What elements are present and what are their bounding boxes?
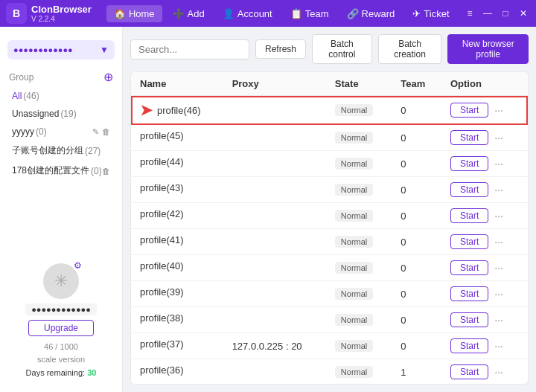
cell-state: Normal [326, 203, 392, 229]
window-controls: ≡ — □ ✕ [463, 7, 530, 20]
maximize-button[interactable]: □ [499, 7, 512, 20]
start-button[interactable]: Start [450, 103, 488, 118]
cell-team: 0 [392, 203, 441, 229]
username: ●●●●●●●●●●●● [25, 303, 97, 315]
group-add-icon[interactable]: ⊕ [103, 70, 113, 84]
cell-proxy [223, 151, 326, 177]
cell-option: Start ··· [441, 255, 528, 281]
cell-option: Start ··· [441, 177, 528, 203]
state-badge: Normal [335, 236, 373, 248]
cell-name: profile(37) [131, 333, 223, 355]
start-button[interactable]: Start [450, 286, 488, 301]
table-header-row: Name Proxy State Team Option [131, 72, 528, 96]
start-button[interactable]: Start [450, 234, 488, 249]
option-cell: Start ··· [450, 286, 519, 301]
col-name: Name [131, 72, 223, 96]
profile-dropdown-icon[interactable]: ▼ [100, 45, 109, 55]
nav-account[interactable]: 👤 Account [215, 5, 280, 22]
cell-proxy [223, 177, 326, 203]
cell-team: 0 [392, 96, 441, 125]
cell-proxy [223, 229, 326, 255]
more-options-button[interactable]: ··· [491, 156, 506, 171]
start-button[interactable]: Start [450, 156, 488, 171]
cell-state: Normal [326, 281, 392, 307]
cell-name: profile(38) [131, 307, 223, 329]
nav-add[interactable]: ➕ Add [165, 5, 212, 22]
cell-option: Start ··· [441, 333, 528, 359]
cell-proxy [223, 307, 326, 333]
toolbar: Refresh Batch control Batch creation New… [130, 34, 529, 64]
more-options-button[interactable]: ··· [491, 208, 506, 223]
upgrade-button[interactable]: Upgrade [28, 320, 94, 336]
start-button[interactable]: Start [450, 364, 488, 379]
cell-option: Start ··· [441, 125, 528, 151]
col-team: Team [392, 72, 441, 96]
start-button[interactable]: Start [450, 312, 488, 327]
main-nav: 🏠 Home ➕ Add 👤 Account 📋 Team 🔗 Reward ✈… [106, 5, 463, 22]
more-options-button[interactable]: ··· [491, 286, 506, 301]
option-cell: Start ··· [450, 208, 519, 223]
batch-creation-button[interactable]: Batch creation [378, 34, 442, 64]
minimize-button[interactable]: — [481, 7, 494, 20]
search-input[interactable] [130, 39, 249, 60]
more-options-button[interactable]: ··· [491, 234, 506, 249]
nav-home[interactable]: 🏠 Home [106, 5, 162, 22]
profile-text: ●●●●●●●●●●●● [13, 45, 97, 54]
sidebar-item-unassigned[interactable]: Unassigned (19) [3, 106, 119, 122]
new-profile-button[interactable]: New browser profile [447, 34, 529, 64]
more-options-button[interactable]: ··· [491, 182, 506, 197]
state-badge: Normal [335, 158, 373, 170]
start-button[interactable]: Start [450, 182, 488, 197]
more-options-button[interactable]: ··· [491, 260, 506, 275]
nav-reward[interactable]: 🔗 Reward [339, 5, 403, 22]
table-row: profile(45) Normal 0 Start ··· [131, 125, 528, 151]
start-button[interactable]: Start [450, 130, 488, 145]
cell-option: Start ··· [441, 359, 528, 385]
more-options-button[interactable]: ··· [491, 103, 506, 118]
cell-team: 0 [392, 255, 441, 281]
table-row: profile(40) Normal 0 Start ··· [131, 255, 528, 281]
more-options-button[interactable]: ··· [491, 130, 506, 145]
state-badge: Normal [335, 366, 373, 378]
row-arrow-icon: ➤ [140, 101, 153, 119]
refresh-button[interactable]: Refresh [255, 39, 306, 59]
table-row: profile(44) Normal 0 Start ··· [131, 151, 528, 177]
cell-proxy [223, 125, 326, 151]
table-row: profile(41) Normal 0 Start ··· [131, 229, 528, 255]
sidebar-item-subgroup[interactable]: 子账号创建的分组 (27) [3, 141, 119, 160]
cell-state: Normal [326, 229, 392, 255]
sidebar-profile[interactable]: ●●●●●●●●●●●● ▼ [7, 40, 115, 60]
option-cell: Start ··· [450, 130, 519, 145]
cell-team: 0 [392, 333, 441, 359]
edit-icon[interactable]: ✎ [92, 127, 99, 137]
state-badge: Normal [335, 262, 373, 274]
batch-control-button[interactable]: Batch control [312, 34, 372, 64]
table-row: profile(37) 127.0.0.225 : 20 Normal 0 St… [131, 333, 528, 359]
more-options-button[interactable]: ··· [491, 338, 506, 353]
cell-proxy [223, 359, 326, 385]
start-button[interactable]: Start [450, 208, 488, 223]
cell-name: ➤ profile(46) [131, 96, 223, 124]
sidebar-item-all[interactable]: All (46) [3, 88, 119, 104]
cell-option: Start ··· [441, 203, 528, 229]
sidebar-item-yyyyy[interactable]: yyyyy (0) ✎ 🗑 [3, 123, 119, 140]
avatar: ✳ ⚙ [43, 263, 79, 299]
cell-state: Normal [326, 359, 392, 385]
more-options-button[interactable]: ··· [491, 312, 506, 327]
cell-option: Start ··· [441, 281, 528, 307]
nav-ticket[interactable]: ✈ Ticket [405, 5, 456, 22]
cell-team: 0 [392, 281, 441, 307]
nav-team[interactable]: 📋 Team [283, 5, 336, 22]
state-badge: Normal [335, 184, 373, 196]
menu-button[interactable]: ≡ [463, 7, 476, 20]
start-button[interactable]: Start [450, 338, 488, 353]
sidebar-item-178[interactable]: 178创建的配置文件 (0) 🗑 [3, 161, 119, 180]
delete-icon[interactable]: 🗑 [102, 127, 110, 137]
table-row: profile(39) Normal 0 Start ··· [131, 281, 528, 307]
more-options-button[interactable]: ··· [491, 364, 506, 379]
close-button[interactable]: ✕ [517, 7, 530, 20]
cell-state: Normal [326, 333, 392, 359]
start-button[interactable]: Start [450, 260, 488, 275]
avatar-settings-icon[interactable]: ⚙ [74, 260, 82, 271]
delete-icon-178[interactable]: 🗑 [102, 167, 110, 176]
